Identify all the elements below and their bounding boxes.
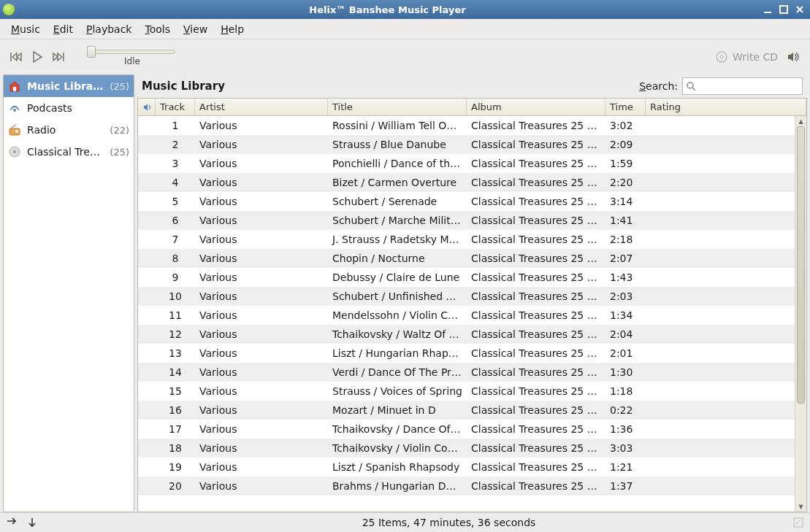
table-row[interactable]: 11 Various Mendelssohn / Violin Con… Cla… bbox=[138, 306, 806, 325]
table-row[interactable]: 3 Various Ponchielli / Dance of the … Cl… bbox=[138, 154, 806, 173]
cell-time: 3:14 bbox=[605, 196, 646, 207]
sidebar-item-count: (22) bbox=[110, 125, 129, 136]
cell-artist: Various bbox=[195, 309, 328, 321]
cell-track: 8 bbox=[156, 252, 195, 264]
table-row[interactable]: 10 Various Schubert / Unfinished Sy… Cla… bbox=[138, 287, 806, 306]
cell-album: Classical Treasures 25 C… bbox=[467, 461, 605, 473]
column-header-rating[interactable]: Rating bbox=[646, 99, 806, 115]
close-button[interactable] bbox=[792, 3, 807, 16]
table-row[interactable]: 17 Various Tchaikovsky / Dance Of … Clas… bbox=[138, 420, 806, 439]
table-row[interactable]: 16 Various Mozart / Minuet in D Classica… bbox=[138, 401, 806, 420]
maximize-button[interactable] bbox=[776, 3, 791, 16]
cell-track: 16 bbox=[156, 404, 195, 416]
table-row[interactable]: 12 Various Tchaikovsky / Waltz Of F… Cla… bbox=[138, 325, 806, 344]
table-row[interactable]: 2 Various Strauss / Blue Danube Classica… bbox=[138, 135, 806, 154]
column-header-album[interactable]: Album bbox=[467, 99, 605, 115]
menu-help[interactable]: Help bbox=[215, 20, 249, 38]
sidebar-item-library[interactable]: Music Library (25) bbox=[4, 75, 134, 97]
seek-slider[interactable] bbox=[88, 47, 175, 55]
cell-title: Strauss / Blue Danube bbox=[328, 139, 467, 150]
cell-artist: Various bbox=[195, 252, 328, 264]
table-row[interactable]: 14 Various Verdi / Dance Of The Pri… Cla… bbox=[138, 363, 806, 382]
write-cd-button[interactable]: Write CD bbox=[715, 50, 778, 63]
table-row[interactable]: 15 Various Strauss / Voices of Spring Cl… bbox=[138, 382, 806, 401]
table-row[interactable]: 1 Various Rossini / William Tell Ove… Cl… bbox=[138, 116, 806, 135]
table-row[interactable]: 18 Various Tchaikovsky / Violin Con… Cla… bbox=[138, 439, 806, 458]
cell-title: Schubert / Marche Militaire bbox=[328, 215, 467, 226]
sidebar-item-podcasts[interactable]: Podcasts bbox=[4, 97, 134, 119]
cell-track: 9 bbox=[156, 271, 195, 283]
statusbar: 25 Items, 47 minutes, 36 seconds bbox=[0, 512, 810, 532]
scroll-up-icon[interactable]: ▲ bbox=[795, 116, 806, 126]
cell-title: Tchaikovsky / Violin Con… bbox=[328, 442, 467, 454]
cell-title: Schubert / Serenade bbox=[328, 196, 467, 207]
menu-music[interactable]: Music bbox=[6, 20, 45, 38]
cell-title: Debussy / Claire de Lune bbox=[328, 271, 467, 283]
cell-album: Classical Treasures 25 C… bbox=[467, 139, 605, 150]
cell-title: Mendelssohn / Violin Con… bbox=[328, 309, 467, 321]
table-row[interactable]: 4 Various Bizet / Carmen Overture Classi… bbox=[138, 173, 806, 192]
svg-point-11 bbox=[687, 82, 693, 88]
table-row[interactable]: 20 Various Brahms / Hungarian Dan… Class… bbox=[138, 477, 806, 496]
menu-edit[interactable]: Edit bbox=[48, 20, 78, 38]
column-header-artist[interactable]: Artist bbox=[195, 99, 328, 115]
play-button[interactable] bbox=[28, 48, 47, 66]
search-label: Search: bbox=[639, 80, 678, 92]
cell-time: 1:30 bbox=[605, 366, 646, 378]
cell-album: Classical Treasures 25 C… bbox=[467, 480, 605, 492]
cell-album: Classical Treasures 25 C… bbox=[467, 385, 605, 397]
sidebar-item-classical[interactable]: Classical Trea… (25) bbox=[4, 141, 134, 163]
table-row[interactable]: 13 Various Liszt / Hungarian Rhapsody Cl… bbox=[138, 344, 806, 363]
menu-view[interactable]: View bbox=[178, 20, 213, 38]
cell-artist: Various bbox=[195, 423, 328, 435]
cell-artist: Various bbox=[195, 385, 328, 397]
svg-line-12 bbox=[692, 88, 695, 90]
column-header-playing[interactable] bbox=[138, 99, 156, 115]
cell-track: 13 bbox=[156, 347, 195, 359]
svg-point-10 bbox=[13, 150, 16, 153]
scrollbar[interactable]: ▲ ▼ bbox=[795, 116, 806, 512]
search-input[interactable] bbox=[682, 77, 803, 95]
edit-icon[interactable] bbox=[792, 517, 804, 528]
cell-title: Bizet / Carmen Overture bbox=[328, 177, 467, 188]
cell-title: Mozart / Minuet in D bbox=[328, 404, 467, 416]
table-row[interactable]: 8 Various Chopin / Nocturne Classical Tr… bbox=[138, 249, 806, 268]
window-title: Helix™ Banshee Music Player bbox=[15, 4, 760, 15]
cell-artist: Various bbox=[195, 347, 328, 359]
cell-track: 7 bbox=[156, 234, 195, 245]
cell-album: Classical Treasures 25 C… bbox=[467, 290, 605, 302]
next-track-button[interactable] bbox=[48, 48, 67, 66]
arrow-down-icon[interactable] bbox=[28, 517, 37, 528]
menu-tools[interactable]: Tools bbox=[140, 20, 175, 38]
minimize-button[interactable] bbox=[760, 3, 775, 16]
volume-button[interactable] bbox=[784, 48, 803, 66]
column-header-track[interactable]: Track bbox=[156, 99, 195, 115]
table-row[interactable]: 6 Various Schubert / Marche Militaire Cl… bbox=[138, 211, 806, 230]
table-row[interactable]: 7 Various J. Strauss / Radetsky Ma… Clas… bbox=[138, 230, 806, 249]
cell-album: Classical Treasures 25 C… bbox=[467, 309, 605, 321]
column-header-title[interactable]: Title bbox=[328, 99, 467, 115]
cell-title: Schubert / Unfinished Sy… bbox=[328, 290, 467, 302]
cell-album: Classical Treasures 25 C… bbox=[467, 215, 605, 226]
cell-time: 2:09 bbox=[605, 139, 646, 150]
menu-playback[interactable]: Playback bbox=[81, 20, 137, 38]
table-row[interactable]: 19 Various Liszt / Spanish Rhapsody Clas… bbox=[138, 458, 806, 477]
scroll-down-icon[interactable]: ▼ bbox=[795, 501, 806, 512]
svg-rect-4 bbox=[13, 87, 16, 91]
cell-time: 2:18 bbox=[605, 234, 646, 245]
table-row[interactable]: 5 Various Schubert / Serenade Classical … bbox=[138, 192, 806, 211]
table-row[interactable]: 9 Various Debussy / Claire de Lune Class… bbox=[138, 268, 806, 287]
library-icon bbox=[8, 80, 21, 93]
cell-time: 1:41 bbox=[605, 215, 646, 226]
radio-icon bbox=[8, 123, 21, 136]
sidebar-item-radio[interactable]: Radio (22) bbox=[4, 119, 134, 141]
column-header-time[interactable]: Time bbox=[605, 99, 646, 115]
cell-track: 20 bbox=[156, 480, 195, 492]
scrollbar-thumb[interactable] bbox=[797, 126, 805, 404]
cell-track: 5 bbox=[156, 196, 195, 207]
cell-time: 1:36 bbox=[605, 423, 646, 435]
cell-title: Brahms / Hungarian Dan… bbox=[328, 480, 467, 492]
arrow-right-icon[interactable] bbox=[6, 517, 18, 528]
svg-point-3 bbox=[720, 55, 723, 58]
prev-track-button[interactable] bbox=[7, 48, 26, 66]
